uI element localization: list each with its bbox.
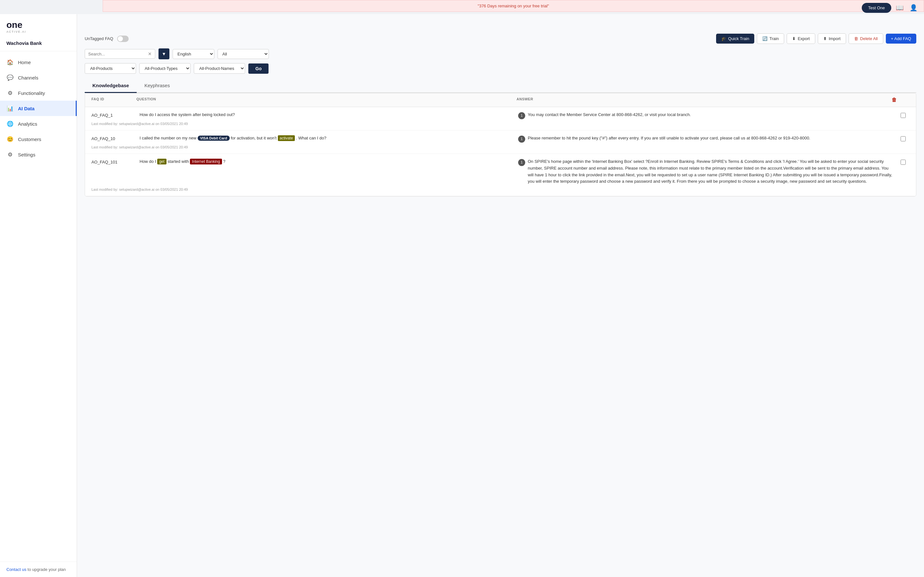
sidebar-item-customers[interactable]: 😊 Customers xyxy=(0,131,77,147)
search-input[interactable] xyxy=(88,52,146,56)
filter-button[interactable]: ▼ xyxy=(158,48,170,59)
sidebar-item-channels-label: Channels xyxy=(18,75,38,81)
faq-row-main: AO_FAQ_1 How do I access the system afte… xyxy=(91,111,909,119)
faq-row-main: AO_FAQ_10 I called the number on my new … xyxy=(91,135,909,143)
faq-meta: Last modified by: setupwizard@active.ai … xyxy=(91,187,909,191)
settings-icon: ⚙ xyxy=(6,151,13,158)
toolbar-right: 🎓 Quick Train 🔄 Train ⬇ Export ⬆ Import … xyxy=(716,33,916,44)
home-icon: 🏠 xyxy=(6,59,13,66)
faq-answer-cell: 1 Please remember to hit the pound key (… xyxy=(518,135,893,143)
import-label: Import xyxy=(829,36,841,41)
sidebar-footer: Contact us to upgrade your plan xyxy=(0,562,77,577)
sidebar-item-home-label: Home xyxy=(18,60,31,65)
untagged-faq-label: UnTagged FAQ xyxy=(85,36,113,41)
export-button[interactable]: ⬇ Export xyxy=(787,33,815,44)
faq-question-cell: I called the number on my new VISA Debit… xyxy=(140,135,515,141)
sidebar-org-name: Wachovia Bank xyxy=(0,37,77,51)
answer-count-badge: 1 xyxy=(518,159,525,166)
functionality-icon: ⚙ xyxy=(6,89,13,97)
import-button[interactable]: ⬆ Import xyxy=(818,33,846,44)
untagged-faq-toggle[interactable] xyxy=(117,35,129,42)
export-icon: ⬇ xyxy=(792,36,796,41)
add-faq-label: + Add FAQ xyxy=(891,36,911,41)
logo-sub: ACTIVE.AI xyxy=(6,30,70,33)
faq-row-checkbox[interactable] xyxy=(901,160,906,165)
all-select[interactable]: All xyxy=(218,49,269,59)
faq-checkbox-cell xyxy=(897,135,909,141)
faq-meta: Last modified by: setupwizard@active.ai … xyxy=(91,122,909,126)
sidebar-item-home[interactable]: 🏠 Home xyxy=(0,55,77,70)
question-header: QUESTION xyxy=(136,97,517,103)
answer-text: You may contact the Member Service Cente… xyxy=(528,111,893,118)
contact-us-link[interactable]: Contact us xyxy=(6,567,26,572)
channels-icon: 💬 xyxy=(6,74,13,81)
sidebar-item-analytics-label: Analytics xyxy=(18,121,37,127)
analytics-icon: 🌐 xyxy=(6,120,13,127)
checkbox-header xyxy=(897,97,909,103)
search-row: ✕ ▼ English Spanish French All xyxy=(85,48,916,59)
quick-train-button[interactable]: 🎓 Quick Train xyxy=(716,34,754,44)
visa-debit-card-badge: VISA Debit Card xyxy=(198,135,230,141)
sidebar-item-functionality[interactable]: ⚙ Functionality xyxy=(0,85,77,101)
toolbar: UnTagged FAQ 🎓 Quick Train 🔄 Train ⬇ Exp… xyxy=(85,33,916,44)
top-right-header: Test One 📖 👤 xyxy=(857,0,924,15)
test-one-button[interactable]: Test One xyxy=(862,3,891,13)
export-label: Export xyxy=(798,36,810,41)
table-row: AO_FAQ_101 How do I get started with Int… xyxy=(85,154,916,196)
go-button[interactable]: Go xyxy=(248,63,268,74)
sidebar-item-analytics[interactable]: 🌐 Analytics xyxy=(0,116,77,131)
toolbar-left: UnTagged FAQ xyxy=(85,35,129,42)
product-names-select[interactable]: All-Product-Names xyxy=(194,63,245,74)
faq-meta: Last modified by: setupwizard@active.ai … xyxy=(91,145,909,149)
app-container: one ACTIVE.AI Wachovia Bank 🏠 Home 💬 Cha… xyxy=(0,0,924,577)
ai-data-icon: 📊 xyxy=(6,105,13,112)
delete-all-button[interactable]: 🗑 Delete All xyxy=(849,33,883,44)
train-icon: 🔄 xyxy=(762,36,767,41)
faq-checkbox-cell xyxy=(897,158,909,165)
answer-count-badge: 1 xyxy=(518,135,525,143)
customers-icon: 😊 xyxy=(6,135,13,143)
delete-all-label: Delete All xyxy=(860,36,878,41)
faq-id-cell: AO_FAQ_1 xyxy=(91,111,136,118)
sidebar-item-settings-label: Settings xyxy=(18,152,35,157)
faq-question-cell: How do I access the system after being l… xyxy=(140,111,515,118)
faq-answer-cell: 1 On SPIRE's home page within the 'Inter… xyxy=(518,158,893,185)
answer-text: Please remember to hit the pound key ("#… xyxy=(528,135,893,142)
sidebar-nav: 🏠 Home 💬 Channels ⚙ Functionality 📊 AI D… xyxy=(0,51,77,562)
book-icon-button[interactable]: 📖 xyxy=(895,3,905,13)
faq-question-cell: How do I get started with Internet Banki… xyxy=(140,158,515,165)
sidebar-item-customers-label: Customers xyxy=(18,137,41,142)
activate-badge: activate xyxy=(278,135,295,141)
get-badge: get xyxy=(157,159,166,164)
delete-header-icon[interactable]: 🗑 xyxy=(892,97,897,103)
product-types-select[interactable]: All-Product-Types xyxy=(139,63,191,74)
quick-train-label: Quick Train xyxy=(728,36,750,41)
sidebar-item-settings[interactable]: ⚙ Settings xyxy=(0,147,77,162)
faq-row-checkbox[interactable] xyxy=(901,113,906,118)
tabs: Knowledgebase Keyphrases xyxy=(85,79,916,93)
answer-text: On SPIRE's home page within the 'Interne… xyxy=(528,158,893,185)
tab-knowledgebase[interactable]: Knowledgebase xyxy=(85,79,137,93)
main-content: "376 Days remaining on your free trial" … xyxy=(77,14,924,577)
search-box: ✕ xyxy=(85,49,155,59)
faq-row-checkbox[interactable] xyxy=(901,136,906,141)
logo-text: one xyxy=(6,21,70,29)
user-icon-button[interactable]: 👤 xyxy=(908,3,919,13)
tab-keyphrases[interactable]: Keyphrases xyxy=(137,79,178,93)
sidebar-item-ai-data-label: AI Data xyxy=(18,106,35,111)
answer-count-badge: 1 xyxy=(518,112,525,119)
add-faq-button[interactable]: + Add FAQ xyxy=(886,34,916,44)
sidebar-item-channels[interactable]: 💬 Channels xyxy=(0,70,77,85)
delete-all-icon: 🗑 xyxy=(854,36,858,41)
train-button[interactable]: 🔄 Train xyxy=(757,33,784,44)
faq-row-main: AO_FAQ_101 How do I get started with Int… xyxy=(91,158,909,185)
clear-search-icon[interactable]: ✕ xyxy=(148,51,152,56)
faq-id-header: FAQ ID xyxy=(91,97,136,103)
products-select[interactable]: All-Products xyxy=(85,63,136,74)
language-select[interactable]: English Spanish French xyxy=(173,49,214,59)
sidebar-item-ai-data[interactable]: 📊 AI Data xyxy=(0,101,77,116)
sidebar-item-functionality-label: Functionality xyxy=(18,90,45,96)
filter-row: All-Products All-Product-Types All-Produ… xyxy=(85,63,916,74)
answer-header: ANSWER 🗑 xyxy=(517,97,897,103)
faq-id-cell: AO_FAQ_101 xyxy=(91,158,136,164)
